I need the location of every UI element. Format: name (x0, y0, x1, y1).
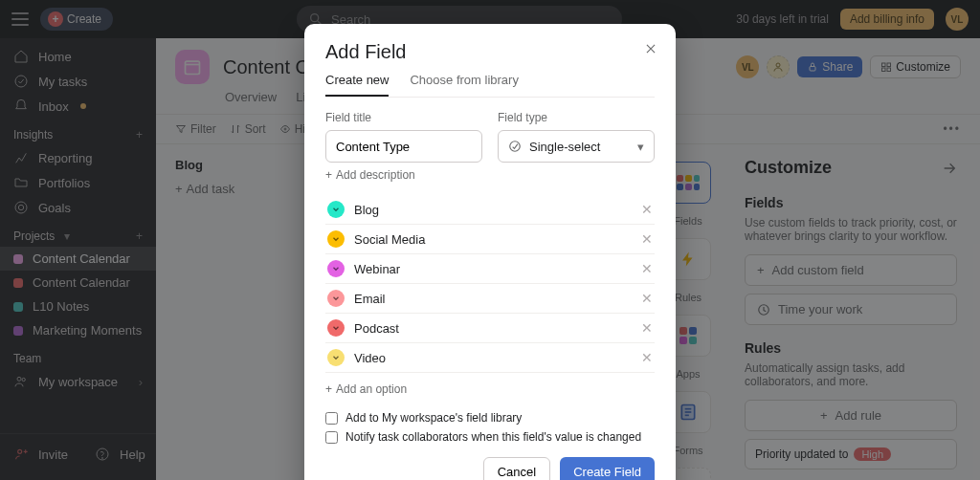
add-field-modal: Add Field Create new Choose from library… (304, 24, 676, 480)
option-color-icon (327, 319, 345, 337)
add-option-button[interactable]: + Add an option (325, 382, 655, 396)
add-description-button[interactable]: + Add description (325, 168, 655, 182)
remove-option-button[interactable]: ✕ (641, 350, 653, 365)
option-color-icon (327, 260, 345, 277)
remove-option-button[interactable]: ✕ (641, 231, 653, 247)
remove-option-button[interactable]: ✕ (641, 261, 653, 276)
option-label: Email (354, 292, 632, 306)
remove-option-button[interactable]: ✕ (641, 202, 653, 217)
close-button[interactable] (639, 37, 662, 60)
option-label: Webinar (354, 262, 632, 276)
field-type-select[interactable]: Single-select ▾ (498, 130, 655, 163)
notify-collaborators-checkbox[interactable]: Notify task collaborators when this fiel… (325, 430, 655, 444)
add-to-library-checkbox[interactable]: Add to My workspace's field library (325, 411, 655, 425)
checkbox-input[interactable] (325, 412, 338, 425)
cancel-button[interactable]: Cancel (483, 457, 550, 480)
field-type-label: Field type (498, 111, 655, 124)
option-row[interactable]: Social Media ✕ (325, 225, 655, 254)
svg-point-34 (510, 142, 521, 152)
option-color-icon (327, 230, 345, 248)
field-title-input[interactable] (325, 130, 482, 163)
option-label: Video (354, 351, 632, 365)
plus-icon: + (325, 168, 332, 182)
chevron-down-icon: ▾ (637, 140, 644, 154)
modal-tabs: Create new Choose from library (325, 73, 655, 98)
chevron-down-icon (331, 264, 341, 273)
chevron-down-icon (331, 234, 341, 244)
option-color-icon (327, 290, 345, 307)
option-row[interactable]: Webinar ✕ (325, 254, 655, 284)
modal-tab-create[interactable]: Create new (325, 73, 389, 97)
chevron-down-icon (331, 323, 341, 333)
modal-tab-library[interactable]: Choose from library (410, 73, 518, 97)
option-list: Blog ✕ Social Media ✕ Webinar ✕ Email ✕ … (325, 195, 655, 373)
option-label: Social Media (354, 232, 632, 247)
create-field-button[interactable]: Create Field (560, 457, 655, 480)
option-row[interactable]: Email ✕ (325, 284, 655, 314)
option-label: Podcast (354, 321, 632, 336)
field-title-label: Field title (325, 111, 482, 124)
remove-option-button[interactable]: ✕ (641, 291, 653, 306)
option-color-icon (327, 349, 345, 366)
chevron-down-icon (331, 353, 341, 362)
close-icon (644, 42, 657, 55)
option-label: Blog (354, 203, 632, 217)
remove-option-button[interactable]: ✕ (641, 320, 653, 336)
checkbox-input[interactable] (325, 431, 338, 444)
chevron-down-icon (331, 294, 341, 303)
option-color-icon (327, 201, 345, 218)
chevron-down-icon (331, 205, 341, 214)
option-row[interactable]: Podcast ✕ (325, 314, 655, 343)
option-row[interactable]: Blog ✕ (325, 195, 655, 225)
single-select-icon (508, 140, 522, 153)
plus-icon: + (325, 382, 332, 396)
option-row[interactable]: Video ✕ (325, 343, 655, 373)
modal-title: Add Field (325, 41, 655, 63)
